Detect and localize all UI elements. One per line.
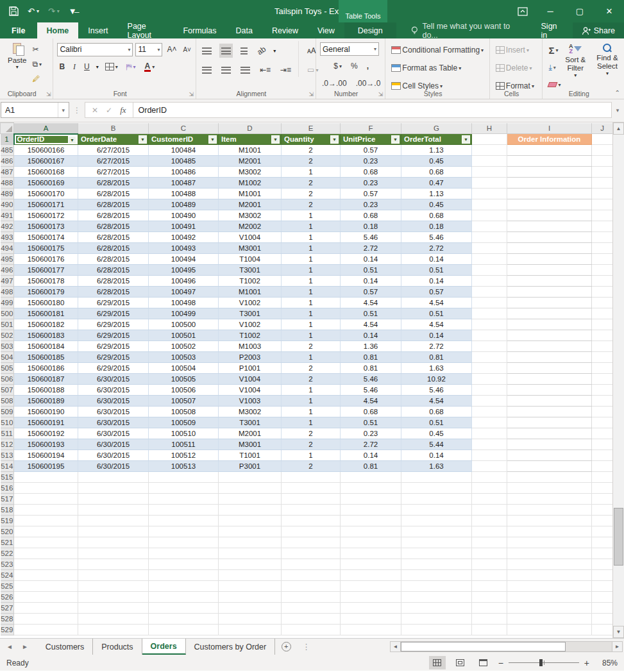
table-header-ordertotal[interactable]: OrderTotal▼ — [401, 134, 472, 145]
cell[interactable] — [149, 603, 219, 614]
cell[interactable] — [472, 439, 507, 450]
borders-icon[interactable]: ▾ — [103, 60, 120, 74]
cell[interactable] — [507, 516, 592, 526]
cell[interactable]: 1 — [282, 319, 341, 330]
scroll-left-icon[interactable]: ◄ — [390, 641, 401, 652]
order-info-cell[interactable] — [507, 417, 592, 428]
cell[interactable] — [472, 461, 507, 472]
cell[interactable] — [472, 472, 507, 483]
filter-dropdown-icon[interactable]: ▼ — [391, 135, 400, 144]
filter-dropdown-icon[interactable]: ▼ — [330, 135, 339, 144]
fill-icon[interactable]: ⤓▾ — [546, 60, 562, 74]
cell[interactable]: 100492 — [149, 232, 219, 243]
row-header-522[interactable]: 522 — [1, 548, 14, 559]
cell[interactable] — [592, 352, 613, 363]
cell[interactable] — [282, 592, 341, 603]
formula-bar-expand-icon[interactable]: ▾ — [612, 107, 623, 113]
filter-dropdown-icon[interactable]: ▼ — [139, 135, 147, 144]
row-header-529[interactable]: 529 — [1, 625, 14, 635]
cell[interactable]: 150600183 — [14, 330, 78, 341]
cell[interactable]: T3001 — [219, 265, 282, 276]
cell[interactable]: T1002 — [219, 330, 282, 341]
cell[interactable] — [78, 581, 149, 592]
formula-input[interactable]: OrderID — [133, 102, 612, 118]
cell[interactable] — [472, 287, 507, 298]
order-info-cell[interactable] — [507, 374, 592, 385]
cell[interactable] — [219, 472, 282, 483]
cell[interactable] — [78, 548, 149, 559]
align-center-icon[interactable] — [219, 63, 233, 77]
order-info-cell[interactable] — [507, 287, 592, 298]
cell[interactable] — [472, 537, 507, 548]
cell[interactable] — [149, 570, 219, 581]
align-middle-icon[interactable] — [219, 44, 233, 58]
cell[interactable]: 1.63 — [401, 363, 472, 374]
filter-dropdown-icon[interactable]: ▼ — [208, 135, 217, 144]
cell[interactable] — [401, 526, 472, 537]
row-header-509[interactable]: 509 — [1, 407, 14, 417]
cell[interactable]: 100499 — [149, 308, 219, 319]
find-select-button[interactable]: Find & Select ▾ — [593, 44, 621, 76]
cell[interactable] — [472, 450, 507, 461]
cell[interactable]: 150600191 — [14, 417, 78, 428]
cell[interactable]: 1 — [282, 396, 341, 407]
cell[interactable] — [341, 537, 401, 548]
cell[interactable]: 1 — [282, 450, 341, 461]
cell[interactable]: M2001 — [219, 428, 282, 439]
cell[interactable]: 1.36 — [341, 341, 401, 352]
zoom-in-icon[interactable]: + — [584, 658, 589, 668]
sheet-tab-customers-by-order[interactable]: Customers by Order — [186, 639, 276, 655]
align-left-icon[interactable] — [200, 63, 214, 77]
order-information-header[interactable]: Order Information — [507, 134, 592, 145]
cell[interactable]: 150600193 — [14, 439, 78, 450]
cell[interactable] — [219, 625, 282, 635]
cell[interactable]: 0.23 — [341, 428, 401, 439]
cell[interactable] — [219, 494, 282, 505]
cell[interactable] — [219, 516, 282, 526]
horizontal-scrollbar[interactable]: ◄ ► — [390, 639, 624, 655]
cell[interactable] — [507, 614, 592, 625]
cell[interactable] — [507, 603, 592, 614]
cell[interactable] — [592, 559, 613, 570]
cell[interactable]: 0.45 — [401, 156, 472, 167]
cell[interactable]: 100501 — [149, 330, 219, 341]
cell[interactable]: 100495 — [149, 265, 219, 276]
cell[interactable] — [78, 526, 149, 537]
cell[interactable]: P3001 — [219, 461, 282, 472]
cell[interactable] — [401, 603, 472, 614]
cell[interactable]: M3002 — [219, 210, 282, 221]
orientation-icon[interactable]: ab — [252, 41, 270, 60]
cell[interactable]: 0.45 — [401, 199, 472, 210]
cell[interactable] — [592, 472, 613, 483]
cell[interactable]: 5.46 — [341, 385, 401, 396]
cell[interactable] — [592, 199, 613, 210]
order-info-cell[interactable] — [507, 167, 592, 178]
order-info-cell[interactable] — [507, 439, 592, 450]
cell[interactable] — [472, 483, 507, 494]
zoom-slider[interactable] — [509, 662, 579, 663]
new-sheet-button[interactable]: + — [275, 639, 297, 655]
zoom-level[interactable]: 85% — [596, 659, 618, 668]
column-header-b[interactable]: B — [78, 123, 149, 134]
row-header-492[interactable]: 492 — [1, 221, 14, 232]
tab-formulas[interactable]: Formulas — [173, 22, 226, 38]
row-header-489[interactable]: 489 — [1, 189, 14, 199]
order-info-cell[interactable] — [507, 232, 592, 243]
cell[interactable]: 6/30/2015 — [78, 385, 149, 396]
scroll-right-icon[interactable]: ► — [612, 641, 623, 652]
cell[interactable] — [472, 581, 507, 592]
row-header-490[interactable]: 490 — [1, 199, 14, 210]
order-info-cell[interactable] — [507, 341, 592, 352]
cell[interactable] — [149, 472, 219, 483]
sign-in-button[interactable]: Sign in — [532, 22, 573, 38]
cell[interactable]: P1001 — [219, 363, 282, 374]
cell[interactable] — [149, 581, 219, 592]
cell[interactable]: 0.68 — [341, 407, 401, 417]
cell[interactable]: 100491 — [149, 221, 219, 232]
cell[interactable]: 6/29/2015 — [78, 363, 149, 374]
cell[interactable]: 150600167 — [14, 156, 78, 167]
cell[interactable]: V1004 — [219, 374, 282, 385]
cell[interactable] — [282, 548, 341, 559]
cell[interactable] — [507, 548, 592, 559]
cell[interactable] — [219, 537, 282, 548]
